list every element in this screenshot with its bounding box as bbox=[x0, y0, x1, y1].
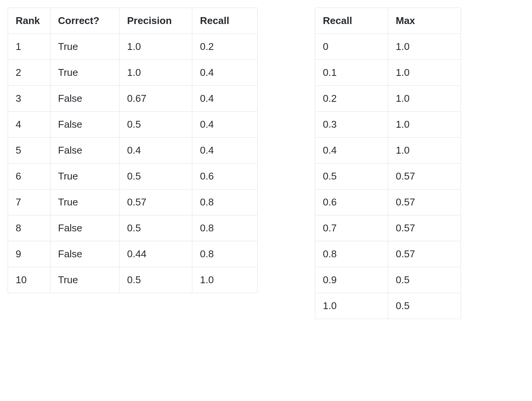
cell-rank: 3 bbox=[8, 86, 50, 112]
table-row: 1 True 1.0 0.2 bbox=[8, 34, 258, 60]
cell-recall: 0.1 bbox=[315, 60, 388, 86]
table-row: 0.4 1.0 bbox=[315, 138, 461, 164]
cell-correct: True bbox=[50, 267, 119, 293]
header-rank: Rank bbox=[8, 8, 50, 34]
table-row: 5 False 0.4 0.4 bbox=[8, 138, 258, 164]
cell-rank: 8 bbox=[8, 215, 50, 241]
cell-recall: 0.8 bbox=[192, 241, 258, 267]
table-row: 10 True 0.5 1.0 bbox=[8, 267, 258, 293]
cell-recall: 0.4 bbox=[192, 138, 258, 164]
cell-recall: 0.4 bbox=[192, 112, 258, 138]
cell-rank: 2 bbox=[8, 60, 50, 86]
cell-recall: 1.0 bbox=[192, 267, 258, 293]
cell-precision: 0.5 bbox=[119, 164, 192, 189]
cell-precision: 0.5 bbox=[119, 267, 192, 293]
cell-precision: 0.5 bbox=[119, 215, 192, 241]
cell-max: 1.0 bbox=[388, 60, 461, 86]
cell-rank: 1 bbox=[8, 34, 50, 60]
cell-max: 0.57 bbox=[388, 241, 461, 267]
table-row: 0.9 0.5 bbox=[315, 267, 461, 293]
cell-precision: 0.44 bbox=[119, 241, 192, 267]
cell-max: 1.0 bbox=[388, 138, 461, 164]
cell-max: 1.0 bbox=[388, 112, 461, 138]
cell-recall: 0.4 bbox=[192, 86, 258, 112]
table-row: 3 False 0.67 0.4 bbox=[8, 86, 258, 112]
cell-recall: 0.8 bbox=[315, 241, 388, 267]
cell-precision: 0.57 bbox=[119, 189, 192, 215]
cell-recall: 0.2 bbox=[192, 34, 258, 60]
table-row: 6 True 0.5 0.6 bbox=[8, 164, 258, 189]
cell-rank: 6 bbox=[8, 164, 50, 189]
cell-recall: 0.8 bbox=[192, 215, 258, 241]
table-row: 0.1 1.0 bbox=[315, 60, 461, 86]
cell-rank: 7 bbox=[8, 189, 50, 215]
header-recall: Recall bbox=[192, 8, 258, 34]
cell-rank: 4 bbox=[8, 112, 50, 138]
table-row: 0.8 0.57 bbox=[315, 241, 461, 267]
cell-correct: False bbox=[50, 241, 119, 267]
table-row: 7 True 0.57 0.8 bbox=[8, 189, 258, 215]
header-precision: Precision bbox=[119, 8, 192, 34]
cell-recall: 0.6 bbox=[192, 164, 258, 189]
precision-recall-table: Rank Correct? Precision Recall 1 True 1.… bbox=[8, 8, 258, 293]
cell-max: 0.57 bbox=[388, 189, 461, 215]
table-row: 0.7 0.57 bbox=[315, 215, 461, 241]
cell-max: 0.5 bbox=[388, 267, 461, 293]
table-row: 0.3 1.0 bbox=[315, 112, 461, 138]
cell-correct: True bbox=[50, 189, 119, 215]
cell-correct: True bbox=[50, 60, 119, 86]
cell-max: 1.0 bbox=[388, 34, 461, 60]
cell-precision: 0.67 bbox=[119, 86, 192, 112]
cell-recall: 0.9 bbox=[315, 267, 388, 293]
cell-precision: 0.5 bbox=[119, 112, 192, 138]
table-row: 1.0 0.5 bbox=[315, 293, 461, 319]
cell-precision: 1.0 bbox=[119, 34, 192, 60]
cell-rank: 10 bbox=[8, 267, 50, 293]
cell-correct: True bbox=[50, 164, 119, 189]
table-header-row: Rank Correct? Precision Recall bbox=[8, 8, 258, 34]
table-row: 0.5 0.57 bbox=[315, 164, 461, 189]
cell-recall: 0 bbox=[315, 34, 388, 60]
table-header-row: Recall Max bbox=[315, 8, 461, 34]
table-row: 4 False 0.5 0.4 bbox=[8, 112, 258, 138]
cell-max: 1.0 bbox=[388, 86, 461, 112]
cell-rank: 9 bbox=[8, 241, 50, 267]
table-row: 8 False 0.5 0.8 bbox=[8, 215, 258, 241]
cell-recall: 0.3 bbox=[315, 112, 388, 138]
cell-recall: 0.2 bbox=[315, 86, 388, 112]
cell-correct: False bbox=[50, 215, 119, 241]
table-row: 0.2 1.0 bbox=[315, 86, 461, 112]
cell-precision: 1.0 bbox=[119, 60, 192, 86]
cell-recall: 0.7 bbox=[315, 215, 388, 241]
cell-correct: False bbox=[50, 138, 119, 164]
cell-recall: 1.0 bbox=[315, 293, 388, 319]
cell-correct: False bbox=[50, 112, 119, 138]
table-row: 0 1.0 bbox=[315, 34, 461, 60]
cell-max: 0.57 bbox=[388, 215, 461, 241]
recall-max-table: Recall Max 0 1.0 0.1 1.0 0.2 1.0 0.3 1.0 bbox=[315, 8, 461, 319]
table-row: 2 True 1.0 0.4 bbox=[8, 60, 258, 86]
cell-recall: 0.6 bbox=[315, 189, 388, 215]
table-row: 9 False 0.44 0.8 bbox=[8, 241, 258, 267]
cell-recall: 0.4 bbox=[315, 138, 388, 164]
cell-precision: 0.4 bbox=[119, 138, 192, 164]
header-correct: Correct? bbox=[50, 8, 119, 34]
table-row: 0.6 0.57 bbox=[315, 189, 461, 215]
cell-correct: False bbox=[50, 86, 119, 112]
tables-container: Rank Correct? Precision Recall 1 True 1.… bbox=[8, 8, 524, 319]
cell-max: 0.5 bbox=[388, 293, 461, 319]
header-recall: Recall bbox=[315, 8, 388, 34]
cell-correct: True bbox=[50, 34, 119, 60]
header-max: Max bbox=[388, 8, 461, 34]
cell-max: 0.57 bbox=[388, 164, 461, 189]
cell-rank: 5 bbox=[8, 138, 50, 164]
cell-recall: 0.8 bbox=[192, 189, 258, 215]
cell-recall: 0.4 bbox=[192, 60, 258, 86]
cell-recall: 0.5 bbox=[315, 164, 388, 189]
